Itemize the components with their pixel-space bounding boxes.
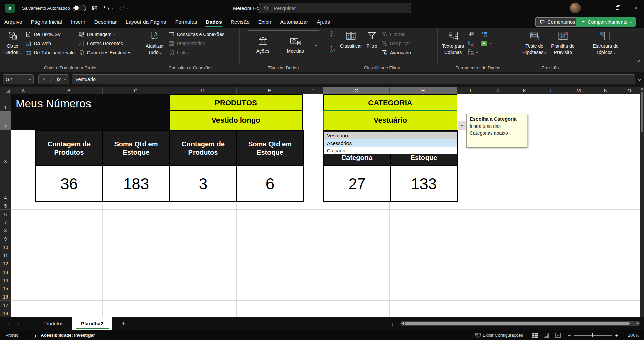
select-all-corner[interactable] [0, 87, 11, 94]
data-model-button[interactable] [479, 39, 492, 48]
minimize-button[interactable] [589, 0, 605, 16]
stocks-button[interactable]: Ações [247, 31, 279, 59]
normal-view-icon[interactable] [532, 333, 538, 338]
cell-categoria-value-selected[interactable]: Vestuário [323, 110, 457, 130]
row-header-11[interactable]: 11 [0, 251, 11, 259]
row-header-16[interactable]: 16 [0, 292, 11, 301]
autosave-toggle[interactable] [73, 5, 86, 11]
column-header-B[interactable]: B [35, 87, 103, 94]
sheet-tab-planilha2[interactable]: Planilha2 [72, 317, 112, 330]
from-table-range-button[interactable]: De Tabela/Intervalo [23, 48, 76, 57]
page-layout-view-icon[interactable] [543, 333, 549, 338]
prev-sheet-button[interactable]: ‹ [5, 320, 14, 327]
restore-button[interactable] [610, 0, 625, 16]
column-header-K[interactable]: K [511, 87, 538, 94]
row-header-10[interactable]: 10 [0, 243, 11, 251]
share-button[interactable]: Compartilhamento [576, 17, 636, 27]
row-header-3[interactable]: 3 [0, 130, 11, 165]
column-header-H[interactable]: H [390, 87, 457, 94]
column-header-N[interactable]: N [592, 87, 619, 94]
forecast-sheet-button[interactable]: Planilha de Previsão [549, 29, 577, 64]
sort-ascending-button[interactable]: AZ↓ [329, 30, 338, 39]
flash-fill-button[interactable] [466, 30, 479, 39]
recent-sources-button[interactable]: Fontes Recentes [77, 39, 134, 48]
row-header-1[interactable]: 1 [0, 94, 11, 111]
save-button[interactable] [92, 5, 98, 11]
tab-layout-da-pagina[interactable]: Layout da Página [121, 16, 171, 28]
zoom-slider[interactable] [574, 335, 612, 336]
data-validation-button[interactable] [466, 48, 479, 57]
row-header-2[interactable]: 2 [0, 111, 11, 130]
sort-descending-button[interactable]: ZA↓ [329, 45, 338, 53]
dropdown-item-calcado[interactable]: Calçado [324, 147, 457, 154]
search-input[interactable]: Pesquisar [259, 3, 411, 13]
table-value-cell[interactable]: 183 [103, 166, 169, 201]
excel-logo-icon[interactable] [5, 4, 15, 13]
table-header-cell[interactable]: Soma Qtd em Estoque [237, 131, 303, 165]
from-web-button[interactable]: Da Web [23, 39, 76, 48]
what-if-button[interactable]: ? Teste de Hipóteses [520, 29, 549, 64]
advanced-filter-button[interactable]: Avançado [380, 48, 413, 57]
column-header-M[interactable]: M [565, 87, 592, 94]
cell-categoria-header[interactable]: CATEGORIA [323, 94, 457, 111]
tab-revisao[interactable]: Revisão [226, 16, 254, 28]
column-header-I[interactable]: I [457, 87, 484, 94]
tab-pagina-inicial[interactable]: Página Inicial [27, 16, 67, 28]
comments-button[interactable]: Comentários [535, 17, 579, 27]
existing-connections-button[interactable]: Conexões Existentes [77, 48, 134, 57]
undo-button[interactable] [103, 5, 113, 11]
zoom-level-button[interactable]: 100% [624, 333, 639, 338]
name-box[interactable]: G2 [3, 74, 34, 84]
text-to-columns-button[interactable]: Texto para Colunas [440, 29, 466, 64]
row-header-18[interactable]: 18 [0, 309, 11, 317]
formula-bar-handle[interactable]: ⋮ [34, 77, 38, 82]
sheet-tab-produtos[interactable]: Produtos [34, 317, 72, 330]
table-header-cell[interactable]: Soma Qtd em Estoque [103, 131, 169, 165]
user-avatar[interactable] [570, 3, 581, 13]
tab-desenhar[interactable]: Desenhar [90, 16, 121, 28]
tab-exibir[interactable]: Exibir [254, 16, 276, 28]
table-value-cell[interactable]: 27 [324, 166, 390, 201]
filter-button[interactable]: Filtro [364, 29, 380, 64]
collapse-ribbon-chevron-icon[interactable] [637, 59, 640, 62]
consolidate-button[interactable] [479, 30, 492, 39]
zoom-out-button[interactable]: − [566, 332, 572, 338]
outline-button[interactable]: Estrutura de Tópicos [590, 29, 621, 64]
dropdown-item-acessorios[interactable]: Acessórios [324, 139, 457, 147]
column-header-O[interactable]: O [619, 87, 640, 94]
cell-produtos-value[interactable]: Vestido longo [169, 110, 303, 130]
tab-ajuda[interactable]: Ajuda [312, 16, 335, 28]
dropdown-item-vestuario[interactable]: Vestuário [324, 132, 457, 139]
gallery-more-button[interactable] [312, 31, 320, 59]
dropdown-arrow-button[interactable] [458, 121, 466, 130]
column-header-C[interactable]: C [103, 87, 169, 94]
remove-duplicates-button[interactable] [466, 39, 479, 48]
table-value-cell[interactable]: 6 [237, 166, 303, 201]
display-settings-button[interactable]: Exibir Configurações [475, 333, 523, 338]
row-header-4[interactable]: 4 [0, 165, 11, 201]
column-header-G[interactable]: G [323, 87, 390, 94]
row-header-13[interactable]: 13 [0, 267, 11, 276]
row-header-17[interactable]: 17 [0, 301, 11, 309]
sort-button[interactable]: ZAAZ Classificar [338, 29, 364, 64]
currencies-button[interactable]: Moedas [279, 31, 312, 59]
row-header-5[interactable]: 5 [0, 201, 11, 210]
column-header-D[interactable]: D [169, 87, 237, 94]
table-header-cell[interactable]: Contagem de Produtos [170, 131, 236, 165]
row-header-14[interactable]: 14 [0, 276, 11, 284]
table-value-cell[interactable]: 133 [391, 166, 457, 201]
tab-inserir[interactable]: Inserir [67, 16, 90, 28]
customize-toolbar-button[interactable] [134, 7, 137, 10]
tab-automatizar[interactable]: Automatizar [276, 16, 312, 28]
table-value-cell[interactable]: 36 [36, 166, 102, 201]
table-header-cell[interactable]: Contagem de Produtos [36, 131, 102, 165]
queries-connections-button[interactable]: Consultas e Conexões [166, 30, 226, 39]
from-text-csv-button[interactable]: De Text/CSV [23, 30, 76, 39]
tab-arquivo[interactable]: Arquivo [0, 16, 27, 28]
zoom-in-button[interactable]: + [614, 332, 620, 338]
insert-function-icon[interactable]: fx [57, 76, 61, 82]
row-header-12[interactable]: 12 [0, 259, 11, 268]
cell-title-meus-numeros[interactable]: Meus Números [11, 94, 169, 130]
column-header-E[interactable]: E [237, 87, 303, 94]
column-header-J[interactable]: J [484, 87, 511, 94]
